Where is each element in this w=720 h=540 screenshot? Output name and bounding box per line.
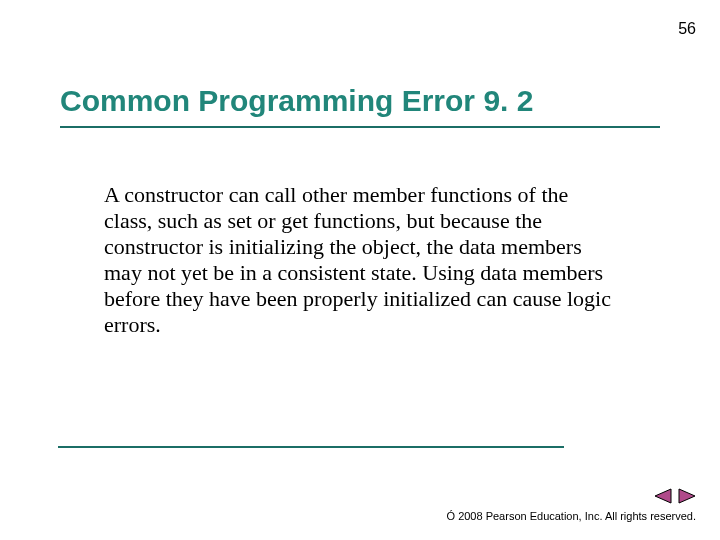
copyright-text: Ó 2008 Pearson Education, Inc. All right… xyxy=(447,510,696,522)
prev-slide-button[interactable] xyxy=(654,488,672,504)
divider-bottom xyxy=(58,446,564,448)
next-slide-button[interactable] xyxy=(678,488,696,504)
divider-top xyxy=(60,126,660,128)
svg-marker-1 xyxy=(679,489,695,503)
nav-controls xyxy=(654,488,696,504)
page-number: 56 xyxy=(678,20,696,38)
slide-title: Common Programming Error 9. 2 xyxy=(60,84,533,118)
triangle-left-icon xyxy=(654,488,672,504)
body-paragraph: A constructor can call other member func… xyxy=(104,182,614,338)
svg-marker-0 xyxy=(655,489,671,503)
triangle-right-icon xyxy=(678,488,696,504)
